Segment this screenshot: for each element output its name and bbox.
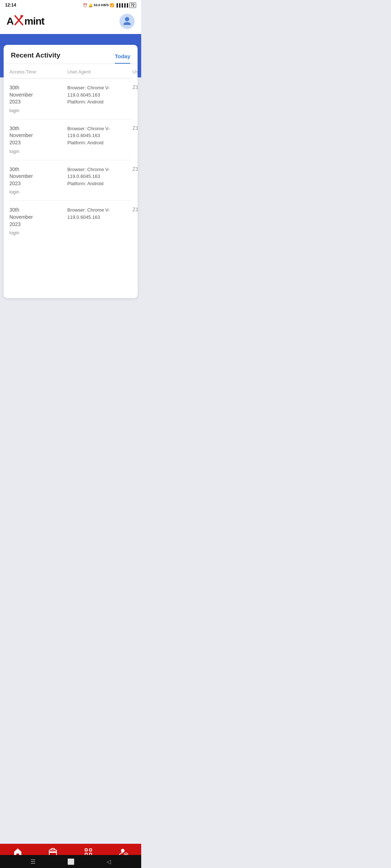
row1-date-action: 30thNovember2023 login: [9, 84, 67, 113]
row4-user: Z1: [133, 207, 138, 212]
status-bar: 12:14 ⏰ 🔔 53.0 KB/S 📶 ▐▐▐▐▐ 72: [0, 0, 141, 10]
battery-icon: 72: [129, 3, 136, 8]
row4-date: 30thNovember2023: [9, 207, 67, 228]
row3-date: 30thNovember2023: [9, 166, 67, 187]
row1-date: 30thNovember2023: [9, 84, 67, 106]
col-access-time: Access Time: [9, 69, 67, 75]
row3-agent: Browser: Chrome V-119.0.6045.163Platform…: [67, 166, 133, 187]
row2-date: 30thNovember2023: [9, 125, 67, 146]
app-header: A mint: [0, 10, 141, 34]
logo-a: A: [7, 16, 13, 27]
col-user-agent: User Agent: [67, 69, 133, 75]
col-user: Us: [133, 69, 138, 75]
svg-point-4: [123, 22, 131, 25]
app-logo: A mint: [7, 14, 44, 29]
avatar-icon: [122, 16, 132, 27]
row3-action: login: [9, 188, 67, 195]
row4-agent: Browser: Chrome V-119.0.6045.163: [67, 207, 133, 221]
table-row: 30thNovember2023 login Browser: Chrome V…: [9, 119, 132, 160]
row1-agent: Browser: Chrome V-119.0.6045.163Platform…: [67, 84, 133, 106]
row3-user: Z1: [133, 166, 138, 172]
row1-action: login: [9, 107, 67, 113]
row2-agent: Browser: Chrome V-119.0.6045.163Platform…: [67, 125, 133, 146]
table-row: 30thNovember2023 login Browser: Chrome V…: [9, 160, 132, 201]
avatar-button[interactable]: [119, 14, 135, 29]
row2-date-action: 30thNovember2023 login: [9, 125, 67, 154]
table-row: 30thNovember2023 login Browser: Chrome V…: [9, 78, 132, 119]
svg-point-3: [125, 17, 129, 21]
alarm-icon: ⏰: [83, 3, 87, 7]
row2-action: login: [9, 148, 67, 154]
card-header: Recent Activity Today: [4, 45, 138, 64]
row4-date-action: 30thNovember2023 login: [9, 207, 67, 235]
wifi-icon: 📶: [110, 3, 114, 7]
status-time: 12:14: [5, 3, 16, 8]
tab-today[interactable]: Today: [115, 53, 130, 64]
volume-icon: 🔔: [88, 3, 93, 7]
signal-icon: ▐▐▐▐▐: [115, 3, 128, 7]
row3-date-action: 30thNovember2023 login: [9, 166, 67, 195]
status-icons: ⏰ 🔔 53.0 KB/S 📶 ▐▐▐▐▐ 72: [83, 3, 136, 8]
network-speed: 53.0 KB/S: [94, 3, 109, 7]
table-row: 30thNovember2023 login Browser: Chrome V…: [9, 201, 132, 241]
card-title: Recent Activity: [11, 51, 60, 59]
row2-user: Z1: [133, 125, 138, 131]
row1-user: Z1: [133, 84, 138, 90]
logo-mint: mint: [24, 16, 44, 27]
activity-card: Recent Activity Today Access Time User A…: [4, 45, 138, 298]
activity-table: Access Time User Agent Us 30thNovember20…: [4, 64, 138, 241]
svg-point-2: [20, 15, 23, 17]
logo-x: [14, 14, 24, 29]
table-header: Access Time User Agent Us: [9, 64, 132, 78]
row4-action: login: [9, 229, 67, 235]
